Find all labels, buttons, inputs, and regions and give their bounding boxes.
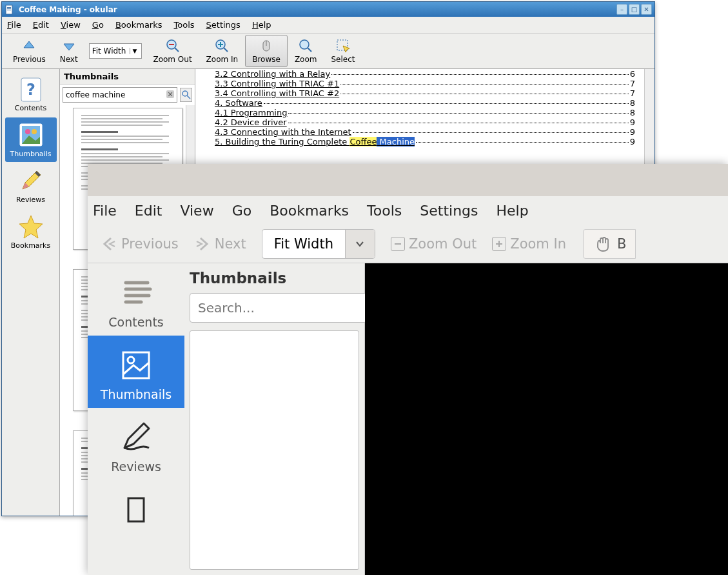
menu-settings[interactable]: Settings [206, 20, 241, 30]
svg-point-21 [32, 129, 37, 134]
menu-file[interactable]: File [7, 20, 21, 30]
sidebar-item-thumbnails[interactable]: Thumbnails [5, 117, 57, 162]
previous-label: Previous [121, 236, 179, 252]
menu-view[interactable]: View [61, 20, 81, 30]
zoom-button[interactable]: Zoom [288, 35, 324, 67]
title-bar[interactable] [88, 164, 728, 196]
clear-icon[interactable]: ✕ [166, 90, 174, 98]
zoom-in-button[interactable]: Zoom In [484, 234, 574, 254]
toc-entry[interactable]: 3.2 Controlling with a Relay6 [215, 69, 635, 79]
sidebar-label: Bookmarks [11, 241, 50, 250]
zoom-mode-combo[interactable]: Fit Width ▼ [89, 43, 143, 59]
sidebar-item-reviews[interactable]: Reviews [88, 408, 184, 480]
sidebar-item-contents[interactable]: ? Contents [5, 72, 57, 116]
browse-button[interactable]: Browse [245, 35, 288, 67]
zoom-out-label: Zoom Out [153, 55, 192, 64]
menu-tools[interactable]: Tools [367, 203, 402, 219]
side-panel-tabs: Contents Thumbnails Reviews [88, 263, 184, 575]
panel-title: Thumbnails [60, 69, 195, 85]
sidebar-item-thumbnails[interactable]: Thumbnails [88, 336, 184, 408]
menu-bookmarks[interactable]: Bookmarks [270, 203, 349, 219]
app-icon [5, 5, 15, 15]
svg-rect-3 [7, 10, 11, 10]
toc-entry[interactable]: 4. Software8 [215, 98, 635, 108]
contents-icon [118, 275, 154, 311]
window-body: Contents Thumbnails Reviews Thu [88, 263, 728, 575]
toc-entry[interactable]: 3.3 Controlling with TRIAC #17 [215, 79, 635, 88]
panel-title: Thumbnails [184, 263, 364, 290]
toc-entry[interactable]: 3.4 Controlling with TRIAC #27 [215, 88, 635, 98]
zoom-in-button[interactable]: Zoom In [199, 35, 246, 67]
menu-go[interactable]: Go [92, 20, 104, 30]
menu-edit[interactable]: Edit [33, 20, 49, 30]
zoom-out-button[interactable]: Zoom Out [383, 234, 484, 254]
magnifier-icon [298, 38, 313, 54]
toc-entry[interactable]: 4.1 Programming8 [215, 108, 635, 117]
browse-label: B [617, 236, 626, 252]
sidebar-label: Thumbnails [101, 387, 172, 401]
thumbnail-search-input[interactable] [190, 293, 367, 323]
previous-button[interactable]: Previous [6, 35, 53, 67]
next-button[interactable]: Next [186, 233, 254, 255]
select-label: Select [331, 55, 355, 64]
svg-point-13 [300, 40, 309, 49]
help-icon: ? [17, 76, 44, 103]
zoom-out-button[interactable]: Zoom Out [146, 35, 199, 67]
menu-help[interactable]: Help [497, 203, 529, 219]
thumbnail-search-input[interactable] [63, 87, 177, 103]
thumbnail-search-row: ✕ [60, 85, 195, 105]
menu-edit[interactable]: Edit [135, 203, 162, 219]
chevron-down-icon: ▼ [130, 48, 139, 54]
side-panel-tabs: ? Contents Thumbnails Reviews Bookmarks [2, 69, 60, 516]
select-button[interactable]: Select [324, 35, 362, 67]
menu-view[interactable]: View [180, 203, 213, 219]
svg-point-22 [182, 91, 188, 96]
thumbnail-list[interactable] [190, 330, 359, 570]
svg-point-20 [25, 129, 30, 134]
star-icon [17, 213, 44, 240]
menu-settings[interactable]: Settings [420, 203, 478, 219]
svg-rect-33 [128, 498, 144, 521]
sidebar-label: Reviews [111, 459, 161, 474]
minimize-button[interactable]: – [616, 4, 627, 15]
zoom-label: Zoom [295, 55, 317, 64]
menu-help[interactable]: Help [252, 20, 271, 30]
sidebar-label: Contents [15, 104, 46, 112]
filter-button[interactable] [180, 88, 192, 102]
menu-go[interactable]: Go [232, 203, 252, 219]
document-view[interactable] [365, 263, 728, 575]
browse-button[interactable]: B [583, 229, 636, 259]
close-button[interactable]: ✕ [641, 4, 652, 15]
title-bar[interactable]: Coffee Making - okular – □ ✕ [2, 2, 654, 17]
sidebar-label: Reviews [16, 196, 45, 204]
toc-entry[interactable]: 4.2 Device driver9 [215, 117, 635, 127]
window-title: Coffee Making - okular [19, 5, 615, 14]
maximize-button[interactable]: □ [629, 4, 640, 15]
document-page: 3.2 Controlling with a Relay63.3 Control… [195, 69, 654, 146]
tool-bar: Previous Next Fit Width ▼ Zoom Out Zoom … [2, 34, 654, 69]
thumbnail-search-row [184, 290, 364, 325]
chevron-down-icon[interactable] [345, 230, 375, 258]
tool-bar: Previous Next Fit Width Zoom Out Zoom In… [88, 225, 728, 263]
sidebar-item-bookmarks[interactable]: Bookmarks [5, 209, 57, 254]
previous-button[interactable]: Previous [93, 233, 186, 255]
toc-entry[interactable]: 4.3 Connecting with the Internet9 [215, 127, 635, 137]
svg-rect-2 [7, 8, 11, 9]
arrow-right-icon [194, 236, 211, 252]
zoom-mode-combo[interactable]: Fit Width [262, 229, 375, 259]
zoom-in-icon [214, 38, 230, 54]
sidebar-item-reviews[interactable]: Reviews [5, 163, 57, 208]
sidebar-item-bookmarks[interactable] [88, 480, 184, 532]
next-label: Next [60, 55, 78, 64]
plus-icon [492, 237, 506, 251]
sidebar-item-contents[interactable]: Contents [88, 263, 184, 336]
menu-file[interactable]: File [93, 203, 117, 219]
arrow-left-icon [101, 236, 117, 252]
toc-entry[interactable]: 5. Building the Turing Complete Coffee M… [215, 137, 635, 146]
image-icon [17, 121, 44, 148]
svg-point-32 [128, 357, 134, 363]
sidebar-label: Contents [108, 315, 163, 329]
menu-tools[interactable]: Tools [174, 20, 195, 30]
next-button[interactable]: Next [53, 35, 85, 67]
menu-bookmarks[interactable]: Bookmarks [115, 20, 162, 30]
